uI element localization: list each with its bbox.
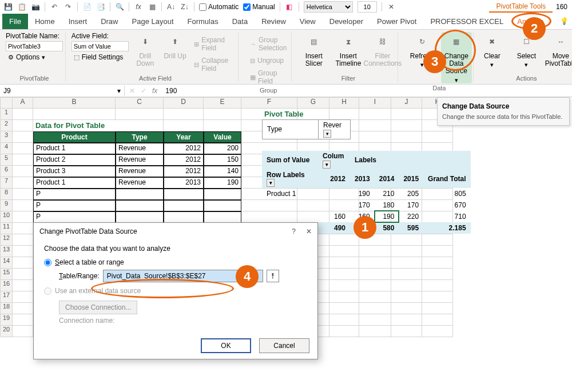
- cell[interactable]: [13, 120, 33, 131]
- col-header-A[interactable]: A: [13, 97, 33, 109]
- col-header-B[interactable]: B: [33, 97, 116, 109]
- tab-review[interactable]: Review: [255, 14, 293, 29]
- row-header[interactable]: 1: [0, 109, 13, 120]
- row-header[interactable]: 18: [0, 303, 13, 314]
- active-field-input[interactable]: [72, 41, 129, 51]
- ungroup-button[interactable]: ⊟ Ungroup: [248, 56, 286, 65]
- cell[interactable]: [13, 166, 33, 177]
- enter-formula-icon[interactable]: ✓: [141, 87, 146, 95]
- cell[interactable]: [116, 109, 164, 120]
- cell[interactable]: [359, 280, 391, 291]
- camera-icon[interactable]: 📷: [31, 2, 40, 11]
- row-header[interactable]: 8: [0, 189, 13, 200]
- cell[interactable]: [204, 189, 241, 200]
- row-header[interactable]: 16: [0, 280, 13, 291]
- tab-page-layout[interactable]: Page Layout: [125, 14, 181, 29]
- row-header[interactable]: 4: [0, 143, 13, 154]
- tab-insert[interactable]: Insert: [62, 14, 94, 29]
- cell[interactable]: Revenue: [116, 154, 164, 166]
- cell[interactable]: P: [33, 211, 116, 223]
- cell[interactable]: [422, 246, 453, 257]
- filter-connections-button[interactable]: ⛓Filter Connections: [367, 32, 398, 67]
- insert-slicer-button[interactable]: ▤Insert Slicer: [299, 32, 329, 67]
- row-header[interactable]: 9: [0, 200, 13, 211]
- cell[interactable]: [359, 291, 391, 303]
- cell[interactable]: [116, 120, 164, 131]
- cell[interactable]: [164, 120, 204, 131]
- options-button[interactable]: ⚙ Options ▾: [6, 53, 47, 62]
- drill-down-button[interactable]: ⬇Drill Down: [132, 32, 158, 67]
- row-header[interactable]: 10: [0, 211, 13, 223]
- cell[interactable]: [422, 269, 453, 280]
- cell[interactable]: [13, 280, 33, 291]
- select-table-radio[interactable]: SSelect a table or rangeelect a table or…: [44, 258, 307, 266]
- clear-button[interactable]: ✖Clear ▾: [476, 32, 507, 68]
- cell[interactable]: [329, 326, 359, 337]
- cell[interactable]: [204, 120, 241, 131]
- range-picker-icon[interactable]: ⭱: [267, 270, 279, 282]
- save-icon[interactable]: 💾: [3, 2, 13, 11]
- manual-calc-checkbox[interactable]: Manual: [243, 3, 275, 11]
- cell[interactable]: [359, 326, 391, 337]
- cell[interactable]: [13, 211, 33, 223]
- fx-icon[interactable]: fx: [152, 87, 157, 95]
- row-header[interactable]: 2: [0, 120, 13, 131]
- cell[interactable]: [359, 257, 391, 269]
- cell[interactable]: 2012: [164, 154, 204, 166]
- row-header[interactable]: 3: [0, 131, 13, 143]
- cell[interactable]: 190: [204, 177, 241, 189]
- tab-power-pivot[interactable]: Power Pivot: [370, 14, 423, 29]
- cell[interactable]: [329, 280, 359, 291]
- cell[interactable]: [13, 131, 33, 143]
- cell[interactable]: [164, 189, 204, 200]
- cancel-formula-icon[interactable]: ✕: [129, 87, 135, 95]
- col-dropdown-icon[interactable]: ▾: [323, 161, 331, 169]
- cell[interactable]: [13, 143, 33, 154]
- row-dropdown-icon[interactable]: ▾: [267, 179, 275, 187]
- cell[interactable]: 200: [204, 143, 241, 154]
- move-pivottable-button[interactable]: ↔Move PivotTable: [545, 32, 572, 67]
- cell[interactable]: Product 3: [33, 166, 116, 177]
- field-settings-button[interactable]: ⬚ Field Settings: [72, 53, 129, 62]
- close-icon[interactable]: ✕: [306, 227, 312, 235]
- eraser-icon[interactable]: ◧: [285, 2, 294, 11]
- cell[interactable]: [422, 326, 453, 337]
- font-size-input[interactable]: [357, 1, 377, 13]
- cell[interactable]: [329, 314, 359, 326]
- formula-input[interactable]: 190: [162, 86, 572, 96]
- tab-data[interactable]: Data: [225, 14, 255, 29]
- cell[interactable]: [13, 200, 33, 211]
- col-header-D[interactable]: D: [164, 97, 204, 109]
- tab-professor-excel[interactable]: PROFESSOR EXCEL: [423, 14, 510, 29]
- row-header[interactable]: 13: [0, 246, 13, 257]
- row-header[interactable]: 12: [0, 234, 13, 246]
- cell[interactable]: [204, 200, 241, 211]
- collapse-field-button[interactable]: ⊟ Collapse Field: [192, 56, 239, 73]
- cell[interactable]: [391, 269, 422, 280]
- filter-dropdown-icon[interactable]: ▾: [323, 130, 331, 138]
- cell[interactable]: Revenue: [116, 166, 164, 177]
- cell[interactable]: Product 1: [33, 177, 116, 189]
- row-header[interactable]: 7: [0, 177, 13, 189]
- cell[interactable]: [422, 291, 453, 303]
- cell[interactable]: [13, 326, 33, 337]
- row-header[interactable]: 19: [0, 314, 13, 326]
- cell[interactable]: P: [33, 200, 116, 211]
- group-icon[interactable]: ▦: [148, 2, 157, 11]
- cell[interactable]: [329, 257, 359, 269]
- cell[interactable]: [359, 303, 391, 314]
- cell[interactable]: [13, 257, 33, 269]
- pt-name-input[interactable]: [6, 41, 63, 51]
- cell[interactable]: Year: [164, 131, 204, 143]
- cell[interactable]: Revenue: [116, 143, 164, 154]
- cell[interactable]: 150: [204, 154, 241, 166]
- cell[interactable]: [329, 234, 359, 246]
- group-selection-button[interactable]: → Group Selection: [248, 35, 289, 53]
- cell[interactable]: [164, 200, 204, 211]
- cell[interactable]: 2012: [164, 143, 204, 154]
- sort-desc-icon[interactable]: Z↓: [180, 2, 189, 11]
- cell[interactable]: [391, 303, 422, 314]
- row-header[interactable]: 17: [0, 291, 13, 303]
- cell[interactable]: Value: [204, 131, 241, 143]
- cell[interactable]: Product 2: [33, 154, 116, 166]
